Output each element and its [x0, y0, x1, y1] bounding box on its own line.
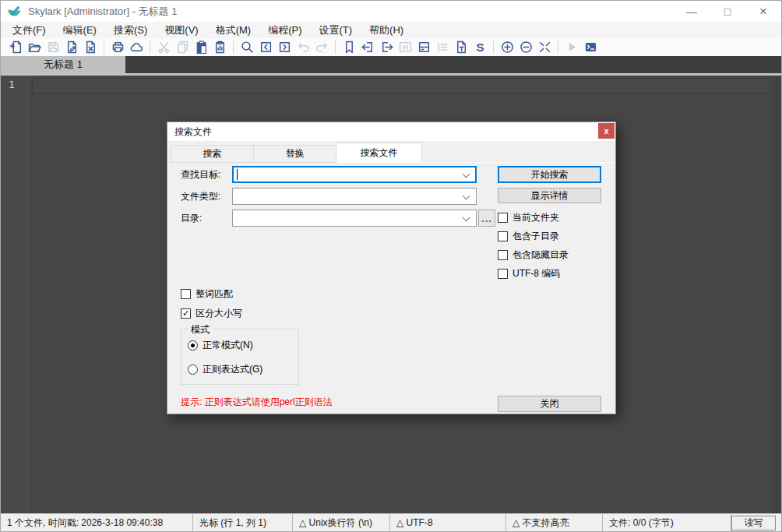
editor-scrollbar[interactable]: [772, 76, 781, 513]
dialog-tab-replace[interactable]: 替换: [253, 145, 336, 163]
search-files-dialog: 搜索文件 x 搜索替换搜索文件 查找目标: 开始搜索 文件类型: 显示详情 目录…: [167, 122, 616, 414]
undo-icon: [297, 41, 310, 54]
redo-icon: [315, 41, 329, 54]
hex-view-icon: H: [399, 41, 412, 54]
checkbox-label-match-case: 区分大小写: [196, 307, 242, 320]
checkbox-match-case[interactable]: ✓区分大小写: [181, 308, 242, 319]
checkbox-include-subdirs[interactable]: 包含子目录: [498, 231, 559, 241]
menu-item-search[interactable]: 搜索(S): [105, 22, 156, 38]
bookmark-prev-icon[interactable]: [361, 41, 375, 54]
radio-circle-regex-mode[interactable]: [188, 365, 198, 375]
radio-label-normal-mode: 正常模式(N): [203, 339, 253, 352]
maximize-button[interactable]: □: [710, 1, 745, 22]
clipboard-stats-icon[interactable]: [213, 41, 227, 54]
find-next-icon[interactable]: [278, 41, 291, 54]
directory-combobox[interactable]: [232, 210, 477, 227]
app-logo-icon: [7, 4, 22, 19]
toolbar: HS: [1, 38, 781, 56]
show-details-button[interactable]: 显示详情: [498, 188, 601, 203]
menu-bar: 文件(F)编辑(E)搜索(S)视图(V)格式(M)编程(P)设置(T)帮助(H): [1, 22, 781, 38]
checkbox-box-include-hidden[interactable]: [498, 250, 508, 260]
zoom-in-icon[interactable]: [501, 41, 514, 54]
window-controls: — □ ×: [674, 1, 781, 22]
minimize-button[interactable]: —: [674, 1, 710, 22]
print-icon[interactable]: [111, 41, 125, 54]
browse-directory-button[interactable]: ...: [478, 210, 495, 227]
radio-label-regex-mode: 正则表达式(G): [203, 363, 262, 376]
editor-tab-bar: 无标题 1: [1, 56, 781, 73]
dialog-title: 搜索文件: [174, 125, 212, 139]
dialog-tab-search-files[interactable]: 搜索文件: [336, 143, 422, 163]
checkbox-label-include-hidden: 包含隐藏目录: [513, 248, 569, 262]
radio-circle-normal-mode[interactable]: [188, 340, 198, 351]
save-as-icon[interactable]: [65, 41, 79, 54]
line-number-gutter: 1: [1, 76, 30, 513]
regex-hint-text: 提示: 正则表达式请使用perl正则语法: [181, 396, 333, 409]
file-compare-icon[interactable]: [417, 41, 431, 54]
start-search-button[interactable]: 开始搜索: [498, 166, 601, 183]
checkbox-box-utf8-encoding[interactable]: [498, 269, 508, 279]
chevron-down-icon[interactable]: [463, 192, 470, 200]
find-prev-icon[interactable]: [259, 41, 273, 54]
text-mode-icon[interactable]: [455, 41, 468, 54]
status-segment-0: 1 个文件, 时间戳: 2026-3-18 09:40:38: [1, 514, 193, 531]
toolbar-separator: [150, 41, 150, 54]
dialog-tabs: 搜索替换搜索文件: [171, 143, 422, 163]
checkbox-label-include-subdirs: 包含子目录: [513, 230, 559, 243]
menu-item-file[interactable]: 文件(F): [4, 22, 55, 38]
open-file-icon[interactable]: [28, 41, 41, 54]
search-icon[interactable]: [241, 41, 254, 54]
file-type-combobox[interactable]: [232, 188, 477, 205]
terminal-icon[interactable]: [584, 41, 597, 54]
toolbar-separator: [335, 41, 336, 54]
checkbox-label-utf8-encoding: UTF-8 编码: [513, 267, 560, 280]
current-line-highlight: [32, 78, 770, 93]
checkbox-box-include-subdirs[interactable]: [498, 231, 508, 241]
menu-item-program[interactable]: 编程(P): [259, 22, 310, 38]
paste-icon[interactable]: [195, 41, 208, 54]
dialog-close-button[interactable]: x: [598, 123, 615, 139]
readwrite-mode-button[interactable]: 读写: [731, 516, 776, 530]
file-type-label: 文件类型:: [181, 188, 220, 205]
fullscreen-icon[interactable]: [538, 41, 551, 54]
status-bar: 1 个文件, 时间戳: 2026-3-18 09:40:38光标 (行 1, 列…: [1, 513, 781, 531]
checkbox-box-match-case[interactable]: ✓: [181, 308, 191, 319]
cloud-icon[interactable]: [130, 41, 143, 54]
editor-tab-untitled[interactable]: 无标题 1: [1, 56, 125, 73]
dialog-tab-search[interactable]: 搜索: [171, 145, 254, 163]
bookmark-icon[interactable]: [343, 41, 356, 54]
status-segment-1: 光标 (行 1, 列 1): [193, 514, 293, 531]
radio-normal-mode[interactable]: 正常模式(N): [188, 340, 253, 351]
snippet-icon[interactable]: S: [474, 41, 487, 54]
new-file-icon[interactable]: [9, 41, 23, 54]
close-dialog-button[interactable]: 关闭: [498, 396, 601, 412]
checkbox-whole-word[interactable]: 整词匹配: [181, 288, 233, 299]
menu-item-format[interactable]: 格式(M): [207, 22, 260, 38]
checkbox-include-hidden[interactable]: 包含隐藏目录: [498, 249, 569, 260]
line-number: 1: [1, 76, 30, 90]
bookmark-next-icon[interactable]: [380, 41, 393, 54]
chevron-down-icon[interactable]: [463, 214, 470, 222]
checkbox-box-whole-word[interactable]: [181, 289, 191, 299]
toolbar-separator: [104, 41, 104, 54]
status-segment-5: 文件: 0/0 (字节): [603, 514, 731, 531]
chevron-down-icon[interactable]: [463, 171, 470, 178]
toolbar-separator: [233, 41, 234, 54]
checkbox-box-current-folder[interactable]: [498, 213, 508, 223]
close-button[interactable]: ×: [745, 1, 781, 22]
toolbar-separator: [558, 41, 558, 54]
zoom-out-icon[interactable]: [520, 41, 533, 54]
menu-item-help[interactable]: 帮助(H): [361, 22, 412, 38]
checkbox-label-current-folder: 当前文件夹: [513, 211, 559, 224]
radio-regex-mode[interactable]: 正则表达式(G): [188, 364, 262, 375]
checkbox-utf8-encoding[interactable]: UTF-8 编码: [498, 268, 560, 279]
run-icon: [565, 41, 579, 54]
find-target-combobox[interactable]: [232, 166, 477, 183]
close-file-icon[interactable]: [84, 41, 97, 54]
dialog-title-bar[interactable]: 搜索文件: [167, 122, 615, 141]
menu-item-edit[interactable]: 编辑(E): [55, 22, 105, 38]
menu-item-settings[interactable]: 设置(T): [310, 22, 361, 38]
menu-item-view[interactable]: 视图(V): [156, 22, 206, 38]
svg-text:H: H: [403, 43, 408, 51]
checkbox-current-folder[interactable]: 当前文件夹: [498, 212, 559, 223]
